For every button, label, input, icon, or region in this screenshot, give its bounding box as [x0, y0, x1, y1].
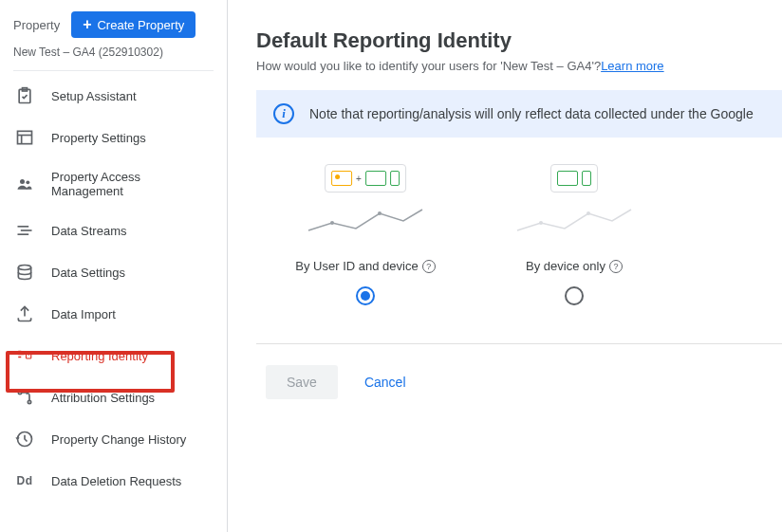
info-icon: i	[273, 103, 294, 124]
cancel-button[interactable]: Cancel	[357, 365, 414, 399]
svg-rect-8	[21, 229, 32, 231]
attribution-icon	[15, 388, 34, 407]
option-title: By User ID and device ?	[295, 259, 435, 273]
svg-point-5	[20, 179, 25, 184]
radio-by-user-id-and-device[interactable]	[356, 286, 375, 305]
page-title: Default Reporting Identity	[256, 28, 782, 53]
divider	[256, 343, 782, 344]
sidebar-item-label: Setup Assistant	[51, 89, 137, 103]
svg-point-16	[18, 391, 21, 394]
sidebar-item-label: Attribution Settings	[51, 391, 155, 405]
sidebar-item-property-access[interactable]: Property Access Management	[0, 158, 227, 210]
sidebar-item-label: Property Change History	[51, 432, 186, 447]
svg-point-21	[586, 211, 590, 215]
svg-point-20	[539, 221, 543, 225]
breadcrumb[interactable]: New Test – GA4 (252910302)	[0, 46, 227, 70]
svg-rect-12	[18, 354, 24, 356]
svg-rect-7	[18, 226, 29, 228]
create-property-label: Create Property	[97, 18, 184, 32]
sidebar-item-label: Data Settings	[51, 266, 125, 280]
option-graphic: +	[304, 164, 427, 240]
sidebar-item-setup-assistant[interactable]: Setup Assistant	[0, 75, 227, 117]
svg-rect-9	[18, 233, 29, 235]
plus-icon: +	[83, 17, 91, 32]
clipboard-check-icon	[15, 86, 34, 105]
sidebar-item-data-streams[interactable]: Data Streams	[0, 210, 227, 251]
svg-point-19	[378, 211, 382, 215]
database-icon	[15, 263, 34, 282]
sidebar-item-label: Data Deletion Requests	[51, 474, 181, 488]
svg-point-6	[26, 180, 29, 184]
sidebar-item-reporting-identity[interactable]: Reporting Identity	[0, 335, 227, 376]
option-by-user-id-and-device: + By User ID and device ?	[285, 164, 446, 305]
svg-rect-2	[18, 131, 32, 143]
svg-point-10	[18, 266, 30, 270]
svg-rect-13	[18, 357, 21, 358]
sidebar-item-property-settings[interactable]: Property Settings	[0, 117, 227, 158]
save-button[interactable]: Save	[266, 365, 338, 399]
svg-point-17	[28, 400, 30, 403]
sidebar-item-label: Property Access Management	[51, 170, 212, 198]
svg-rect-11	[18, 351, 21, 353]
info-banner: i Note that reporting/analysis will only…	[256, 90, 782, 138]
sidebar-item-data-deletion[interactable]: Dd Data Deletion Requests	[0, 460, 227, 502]
sidebar-item-attribution-settings[interactable]: Attribution Settings	[0, 376, 227, 418]
page-subtitle: How would you like to identify your user…	[256, 59, 782, 73]
layout-icon	[15, 128, 34, 147]
svg-point-15	[28, 353, 29, 355]
sidebar-item-data-settings[interactable]: Data Settings	[0, 251, 227, 293]
sidebar-item-change-history[interactable]: Property Change History	[0, 418, 227, 460]
learn-more-link[interactable]: Learn more	[601, 59, 663, 73]
option-by-device-only: By device only ?	[493, 164, 655, 305]
streams-icon	[15, 221, 34, 240]
create-property-button[interactable]: + Create Property	[71, 11, 196, 38]
sidebar-item-data-import[interactable]: Data Import	[0, 293, 227, 335]
option-title: By device only ?	[526, 259, 623, 273]
svg-point-18	[330, 221, 334, 225]
radio-by-device-only[interactable]	[565, 286, 584, 305]
people-icon	[15, 174, 34, 193]
upload-icon	[15, 304, 34, 323]
divider	[13, 70, 214, 71]
property-label: Property	[13, 18, 60, 32]
info-banner-text: Note that reporting/analysis will only r…	[309, 106, 754, 121]
help-icon[interactable]: ?	[422, 260, 436, 273]
sidebar-item-label: Reporting Identity	[51, 349, 148, 363]
sidebar-item-label: Property Settings	[51, 131, 146, 145]
dd-icon: Dd	[15, 471, 34, 490]
sidebar-item-label: Data Streams	[51, 224, 126, 238]
history-icon	[15, 430, 34, 449]
help-icon[interactable]: ?	[609, 260, 623, 273]
sidebar-item-label: Data Import	[51, 307, 116, 321]
identity-icon	[15, 346, 34, 365]
option-graphic	[512, 164, 636, 240]
